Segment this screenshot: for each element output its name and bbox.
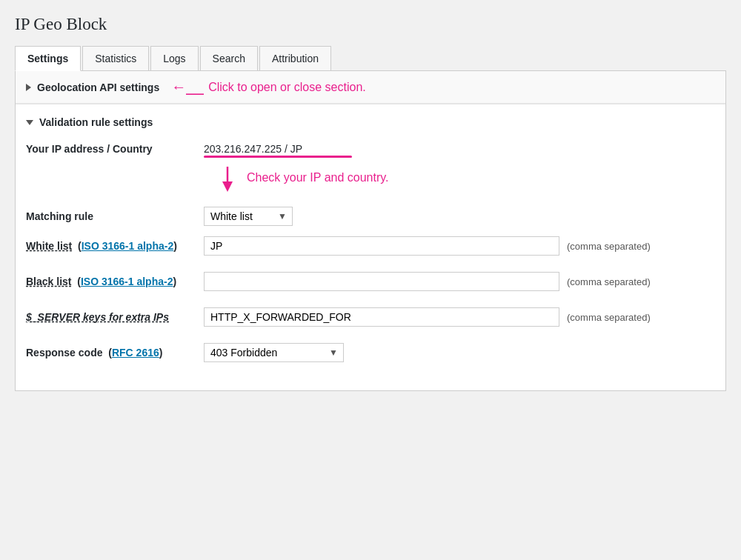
expand-arrow-icon [26, 120, 33, 125]
black-list-row: Black list (ISO 3166-1 alpha-2) (comma s… [26, 272, 715, 294]
tabs-bar: Settings Statistics Logs Search Attribut… [15, 46, 726, 71]
tab-statistics[interactable]: Statistics [82, 46, 149, 70]
svg-marker-1 [222, 181, 233, 192]
response-code-label: Response code (RFC 2616) [26, 347, 204, 359]
tab-settings[interactable]: Settings [15, 46, 81, 71]
validation-section: Validation rule settings Your IP address… [16, 104, 725, 390]
server-keys-label: $_SERVER keys for extra IPs [26, 311, 204, 323]
page-title: IP Geo Block [15, 15, 726, 34]
content-area: Geolocation API settings ←⎯⎯ Click to op… [15, 71, 726, 391]
validation-section-title: Validation rule settings [39, 116, 153, 128]
geolocation-section-header[interactable]: Geolocation API settings ←⎯⎯ Click to op… [16, 71, 725, 104]
server-keys-link[interactable]: $_SERVER keys for extra IPs [26, 311, 169, 323]
ip-address-row: Your IP address / Country 203.216.247.22… [26, 143, 715, 158]
black-list-input[interactable] [204, 272, 559, 291]
white-list-comma-sep: (comma separated) [567, 241, 651, 252]
ip-address-label: Your IP address / Country [26, 143, 204, 155]
ip-address-value: 203.216.247.225 / JP [204, 143, 302, 155]
validation-section-header: Validation rule settings [26, 116, 715, 128]
server-keys-row: $_SERVER keys for extra IPs (comma separ… [26, 307, 715, 330]
response-code-row: Response code (RFC 2616) 200 OK 301 Move… [26, 343, 715, 365]
black-list-comma-sep: (comma separated) [567, 276, 651, 287]
tab-logs[interactable]: Logs [150, 46, 198, 70]
server-keys-comma-sep: (comma separated) [567, 312, 651, 323]
matching-rule-row: Matching rule White list Black list Disa… [26, 207, 715, 226]
black-list-iso-link[interactable]: ISO 3166-1 alpha-2 [81, 276, 173, 287]
tab-attribution[interactable]: Attribution [259, 46, 331, 70]
ip-check-hint: Check your IP and country. [247, 171, 389, 184]
white-list-iso-link[interactable]: ISO 3166-1 alpha-2 [82, 240, 174, 252]
tab-search[interactable]: Search [200, 46, 258, 70]
pink-arrow-icon: ←⎯⎯ [171, 79, 204, 96]
geolocation-click-hint: ←⎯⎯ Click to open or close section. [171, 79, 366, 96]
response-code-select[interactable]: 200 OK 301 Moved Permanently 302 Found 4… [204, 343, 344, 362]
matching-rule-select[interactable]: White list Black list Disable [204, 207, 293, 226]
white-list-input[interactable] [204, 236, 559, 256]
response-code-text: Response code [26, 347, 102, 359]
white-list-label: White list (ISO 3166-1 alpha-2) [26, 240, 204, 252]
black-list-link[interactable]: Black list [26, 276, 71, 287]
response-code-rfc-link[interactable]: RFC 2616 [112, 347, 159, 359]
ip-underline-decoration [204, 156, 352, 158]
geolocation-section-title: Geolocation API settings [37, 81, 159, 93]
matching-rule-label: Matching rule [26, 210, 204, 222]
server-keys-input[interactable] [204, 307, 559, 327]
collapse-arrow-icon [26, 84, 31, 91]
white-list-link[interactable]: White list [26, 240, 72, 252]
response-code-select-wrapper: 200 OK 301 Moved Permanently 302 Found 4… [204, 343, 344, 362]
matching-rule-select-wrapper: White list Black list Disable ▼ [204, 207, 293, 226]
ip-arrow-icon [219, 167, 236, 193]
black-list-label: Black list (ISO 3166-1 alpha-2) [26, 276, 204, 287]
white-list-row: White list (ISO 3166-1 alpha-2) (comma s… [26, 236, 715, 259]
